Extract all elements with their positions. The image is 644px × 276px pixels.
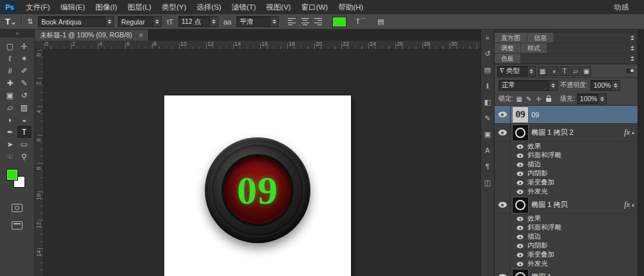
layer-effect-row[interactable]: 斜面和浮雕: [495, 223, 638, 232]
info-panel-icon[interactable]: ℹ: [482, 81, 493, 91]
properties-panel-icon[interactable]: ▤: [482, 64, 493, 75]
layer-effect-row[interactable]: 效果: [495, 214, 638, 223]
tab-swatches[interactable]: 色板: [495, 54, 520, 63]
layer-row-ellipse-1[interactable]: 椭圆 1: [495, 268, 638, 276]
anti-alias-select[interactable]: 平滑: [236, 16, 279, 27]
visibility-toggle[interactable]: [495, 196, 511, 213]
expand-panels-icon[interactable]: «: [482, 32, 493, 43]
path-selection-tool-icon[interactable]: ➤: [3, 138, 17, 150]
horizontal-ruler[interactable]: 024681012141618202224262830: [44, 41, 480, 50]
crop-tool-icon[interactable]: #: [3, 64, 17, 77]
layer-filter-toggle-icon[interactable]: [625, 68, 635, 74]
hand-tool-icon[interactable]: ☜: [3, 150, 17, 163]
brush-tool-icon[interactable]: ✎: [17, 77, 32, 89]
quick-mask-mode-icon[interactable]: [12, 204, 23, 212]
collapse-toolbar-icon[interactable]: »: [0, 30, 34, 37]
font-size-select[interactable]: 112 点: [178, 16, 218, 27]
collapse-effects-icon[interactable]: ▴: [632, 202, 634, 208]
layer-name[interactable]: 椭圆 1 拷贝: [531, 200, 624, 210]
blur-tool-icon[interactable]: ◗: [3, 113, 17, 126]
eye-icon[interactable]: [516, 225, 523, 230]
collapse-panel-icon[interactable]: [627, 54, 638, 63]
menu-item[interactable]: 类型(Y): [156, 0, 191, 14]
eye-icon[interactable]: [516, 189, 523, 193]
visibility-toggle[interactable]: [495, 124, 511, 141]
menu-item[interactable]: 图层(L): [122, 0, 156, 14]
menu-item[interactable]: 编辑(E): [55, 0, 90, 14]
document-tab[interactable]: 未标题-1 @ 100% (09, RGB/8) ×: [35, 30, 149, 41]
eye-icon[interactable]: [516, 153, 523, 157]
gradient-tool-icon[interactable]: ▨: [17, 101, 32, 113]
align-text-left-button[interactable]: [288, 17, 296, 26]
quick-selection-tool-icon[interactable]: ✶: [17, 52, 32, 64]
menu-item[interactable]: 选择(S): [191, 0, 226, 14]
warp-text-icon[interactable]: T⌒: [354, 17, 368, 26]
rectangle-tool-icon[interactable]: ▭: [17, 138, 32, 150]
zoom-tool-icon[interactable]: ⚲: [17, 150, 32, 163]
tool-preset-picker[interactable]: T: [3, 17, 17, 26]
layer-comps-panel-icon[interactable]: ◫: [482, 177, 493, 188]
text-color-swatch[interactable]: [332, 17, 346, 27]
layer-style-badge[interactable]: fx ▴: [624, 128, 634, 137]
menu-item[interactable]: 文件(F): [21, 0, 55, 14]
eye-icon[interactable]: [516, 261, 523, 266]
layer-effect-row[interactable]: 内阴影: [495, 169, 638, 178]
layer-effect-row[interactable]: 渐变叠加: [495, 250, 638, 259]
eye-icon[interactable]: [516, 243, 523, 248]
canvas-viewport[interactable]: 09: [44, 50, 480, 276]
eye-icon[interactable]: [516, 252, 523, 257]
dodge-tool-icon[interactable]: ◒: [17, 113, 32, 126]
menu-item[interactable]: 滤镜(T): [227, 0, 261, 14]
layer-effect-row[interactable]: 描边: [495, 160, 638, 169]
collapse-effects-icon[interactable]: ▴: [632, 130, 634, 135]
layer-name[interactable]: 椭圆 1: [531, 272, 638, 276]
tab-styles[interactable]: 样式: [521, 43, 547, 53]
workspace-switcher[interactable]: 动感: [614, 3, 629, 12]
eye-icon[interactable]: [516, 144, 523, 148]
history-brush-tool-icon[interactable]: ↺: [17, 89, 32, 101]
layer-row-text-09[interactable]: 09 09: [495, 106, 638, 124]
layer-effect-row[interactable]: 效果: [495, 142, 638, 151]
shape-layer-thumbnail[interactable]: [513, 197, 528, 213]
fill-input[interactable]: 100%: [577, 94, 607, 104]
move-tool-icon[interactable]: ✛: [17, 40, 32, 52]
tab-histogram[interactable]: 直方图: [495, 33, 527, 43]
adjustment-layer-filter-icon[interactable]: ◑: [549, 66, 558, 76]
opacity-input[interactable]: 100%: [591, 80, 620, 91]
healing-brush-tool-icon[interactable]: ✚: [3, 77, 17, 89]
brush-panel-icon[interactable]: ✎: [482, 113, 493, 123]
toggle-character-panel-icon[interactable]: ▤: [376, 17, 385, 26]
ruler-origin-corner[interactable]: [35, 41, 44, 50]
font-style-select[interactable]: Regular: [118, 16, 162, 27]
eye-icon[interactable]: [516, 162, 523, 166]
eraser-tool-icon[interactable]: ▱: [3, 101, 17, 113]
pixel-layer-filter-icon[interactable]: ▦: [538, 66, 547, 76]
eye-icon[interactable]: [516, 171, 523, 175]
layer-effect-row[interactable]: 内阴影: [495, 241, 638, 250]
lock-pixels-icon[interactable]: ✎: [525, 94, 533, 103]
shape-layer-thumbnail[interactable]: [513, 270, 528, 276]
layer-row-ellipse-copy-2[interactable]: 椭圆 1 拷贝 2 fx ▴: [495, 124, 638, 142]
type-layer-filter-icon[interactable]: T: [560, 66, 569, 76]
vertical-ruler[interactable]: 02468101214: [35, 50, 44, 276]
layer-effect-row[interactable]: 斜面和浮雕: [495, 151, 638, 160]
menu-item[interactable]: 窗口(W): [296, 0, 334, 14]
layer-row-ellipse-copy[interactable]: 椭圆 1 拷贝 fx ▴: [495, 196, 638, 214]
layer-effect-row[interactable]: 外发光: [495, 187, 638, 196]
text-layer-thumbnail[interactable]: 09: [513, 107, 528, 123]
layer-effect-row[interactable]: 描边: [495, 232, 638, 241]
shape-layer-filter-icon[interactable]: ▱: [571, 66, 580, 76]
history-panel-icon[interactable]: ↺: [482, 48, 493, 59]
layer-filter-select[interactable]: ∇ 类型: [497, 66, 536, 77]
clone-stamp-tool-icon[interactable]: ▣: [3, 89, 17, 101]
tab-info[interactable]: 信息: [527, 33, 553, 43]
layer-name[interactable]: 椭圆 1 拷贝 2: [531, 128, 624, 137]
clone-source-panel-icon[interactable]: ▣: [482, 129, 493, 139]
type-tool-icon[interactable]: T: [17, 126, 32, 138]
rectangular-marquee-tool-icon[interactable]: ▢: [3, 40, 17, 52]
layer-effect-row[interactable]: 渐变叠加: [495, 178, 638, 187]
align-text-center-button[interactable]: [301, 17, 309, 26]
align-text-right-button[interactable]: [314, 17, 322, 26]
foreground-color-swatch[interactable]: [6, 169, 18, 181]
eye-icon[interactable]: [516, 180, 523, 184]
